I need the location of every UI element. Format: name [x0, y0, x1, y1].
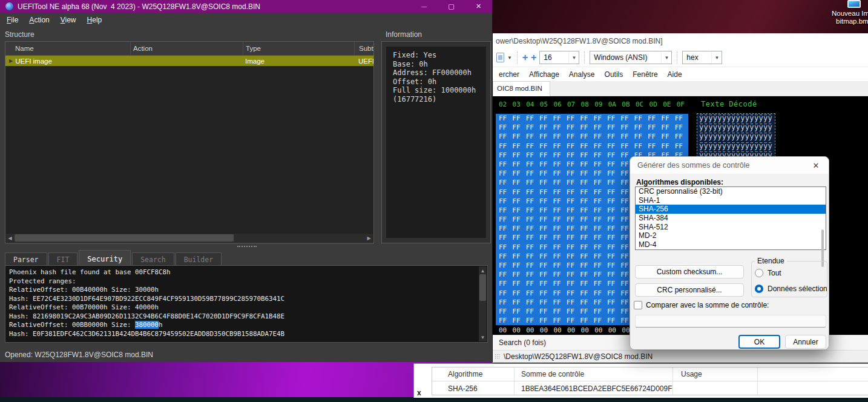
bitmap-file-icon[interactable] — [847, 0, 861, 8]
column-type[interactable]: Type — [243, 42, 354, 55]
scrollbar-thumb[interactable] — [15, 234, 234, 242]
security-line: Protected ranges: — [9, 277, 487, 286]
algorithm-item[interactable]: SHA-384 — [636, 214, 826, 223]
crc-personnalise-button[interactable]: CRC personnalisé... — [635, 283, 744, 297]
tree-row-uefi-image[interactable]: UEFI image Image UEFI — [5, 56, 373, 66]
close-icon[interactable] — [803, 157, 829, 174]
scroll-down-icon[interactable] — [479, 333, 487, 341]
tab-builder[interactable]: Builder — [176, 252, 222, 265]
column-somme-de-controle[interactable]: Somme de contrôle — [514, 367, 672, 381]
hxd-menu-outils[interactable]: Outils — [600, 68, 628, 81]
column-subtype[interactable]: Subt — [354, 42, 373, 55]
hxd-menu-affichage[interactable]: Affichage — [524, 68, 564, 81]
tab-parser[interactable]: Parser — [5, 252, 47, 265]
hex-byte: FF — [594, 197, 607, 206]
radio-row-all[interactable]: Tout — [755, 269, 781, 277]
tab-search[interactable]: Search — [132, 252, 174, 265]
hxd-menu-ercher[interactable]: ercher — [494, 68, 524, 81]
hxd-menu-aide[interactable]: Aide — [663, 68, 687, 81]
compare-checkbox-row[interactable]: Comparer avec la somme de contrôle: — [634, 301, 769, 309]
panel-close-icon[interactable]: x — [417, 389, 421, 397]
algorithm-item[interactable]: CRC personnalisé (32-bit) — [636, 187, 826, 196]
chevron-down-icon[interactable] — [661, 51, 671, 64]
custom-checksum-button[interactable]: Custom checksum... — [635, 265, 744, 278]
scroll-right-icon[interactable] — [365, 234, 373, 242]
hxd-menu-analyse[interactable]: Analyse — [564, 68, 600, 81]
hxd-title-bar[interactable]: ower\Desktop\W25Q128FW1.8V@SOIC8 mod.BIN… — [493, 33, 868, 48]
compare-checksum-input[interactable] — [635, 315, 826, 328]
close-icon[interactable] — [465, 0, 492, 13]
radio-row-selected-data[interactable]: Données sélectionnée — [755, 285, 827, 293]
algorithm-item[interactable]: SHA-1 — [636, 196, 826, 205]
splitter-handle[interactable] — [237, 246, 257, 247]
column-name[interactable]: Name — [5, 42, 130, 55]
cancel-button[interactable]: Annuler — [785, 335, 826, 349]
algorithm-item[interactable]: MD-2 — [636, 231, 826, 240]
hex-row[interactable]: FFFFFFFFFFFFFFFFFFFFFFFFFFFF — [496, 123, 688, 132]
decoded-row[interactable]: ÿÿÿÿÿÿÿÿÿÿÿÿÿÿÿÿ — [697, 132, 775, 141]
algorithm-item[interactable]: SHA-256 — [636, 205, 826, 214]
decoded-row[interactable]: ÿÿÿÿÿÿÿÿÿÿÿÿÿÿÿÿ — [697, 142, 775, 151]
hex-byte: FF — [539, 142, 553, 151]
menu-view[interactable]: View — [55, 13, 82, 27]
hex-byte: FF — [553, 197, 566, 206]
menu-action[interactable]: Action — [24, 13, 54, 27]
hex-byte: FF — [634, 114, 648, 123]
hex-byte: FF — [634, 132, 648, 141]
column-action[interactable]: Action — [130, 42, 243, 55]
tab-security[interactable]: Security — [79, 250, 131, 265]
algorithms-listbox[interactable]: CRC personnalisé (32-bit)SHA-1SHA-256SHA… — [635, 186, 826, 250]
bytes-per-row-select[interactable]: 16 — [539, 51, 579, 64]
hex-byte: FF — [526, 316, 539, 325]
decrease-width-icon[interactable] — [531, 54, 536, 61]
scroll-left-icon[interactable] — [6, 234, 14, 242]
increase-width-icon[interactable] — [522, 54, 528, 61]
expand-arrow-icon[interactable] — [9, 58, 13, 64]
checkbox-icon[interactable] — [634, 301, 642, 309]
desktop-icon-label-line2[interactable]: bitmap.bm — [836, 18, 868, 25]
tab-fit[interactable]: FIT — [48, 252, 78, 265]
maximize-icon[interactable] — [438, 0, 465, 13]
radio-unselected-icon[interactable] — [755, 269, 763, 277]
horizontal-scrollbar[interactable] — [6, 234, 373, 242]
hex-byte: 00 — [567, 326, 581, 335]
encoding-select[interactable]: Windows (ANSI) — [590, 51, 672, 64]
hex-row[interactable]: FFFFFFFFFFFFFFFFFFFFFFFFFFFF — [496, 132, 688, 141]
tab-file[interactable]: OIC8 mod.BIN — [493, 81, 550, 96]
scroll-up-icon[interactable] — [479, 266, 487, 275]
ok-button[interactable]: OK — [738, 335, 780, 349]
chevron-down-icon[interactable] — [568, 51, 579, 64]
hex-byte: FF — [661, 132, 674, 141]
hex-byte: FF — [539, 188, 553, 197]
decoded-row[interactable]: ÿÿÿÿÿÿÿÿÿÿÿÿÿÿÿÿ — [697, 123, 775, 132]
hxd-menu-fenêtre[interactable]: Fenêtre — [628, 68, 662, 81]
radio-selected-icon[interactable] — [755, 285, 763, 293]
algorithm-item[interactable]: SHA-512 — [636, 223, 826, 232]
scrollbar-thumb[interactable] — [479, 274, 486, 301]
minimize-icon[interactable] — [410, 0, 438, 13]
hex-byte: FF — [594, 316, 607, 325]
algorithm-item[interactable]: MD-4 — [636, 240, 826, 249]
menu-help[interactable]: Help — [82, 13, 108, 27]
vertical-scrollbar[interactable] — [479, 266, 487, 341]
security-line: RelativeOffset: 00B40000h Size: 30000h — [9, 286, 487, 295]
column-algorithme[interactable]: Algorithme — [432, 367, 514, 381]
decoded-row[interactable]: ÿÿÿÿÿÿÿÿÿÿÿÿÿÿÿÿ — [697, 114, 775, 123]
dialog-title-bar[interactable]: Générer des sommes de contrôle — [630, 157, 829, 174]
hex-row[interactable]: FFFFFFFFFFFFFFFFFFFFFFFFFFFF — [496, 114, 688, 123]
base-select[interactable]: hex — [682, 51, 722, 64]
chevron-down-icon[interactable] — [711, 51, 722, 64]
column-usage[interactable]: Usage — [672, 367, 757, 381]
security-text-area[interactable]: Phoenix hash file found at base 00FCF8C8… — [5, 265, 488, 343]
hex-row[interactable]: FFFFFFFFFFFFFFFFFFFFFFFFFFFF — [496, 142, 688, 151]
toolbar-doc-icon[interactable] — [496, 53, 504, 62]
uefitool-title-bar[interactable]: UEFITool NE alpha 68 (Nov 4 2023) - W25Q… — [0, 0, 492, 13]
structure-tree-panel[interactable]: Name Action Type Subt UEFI image Image U… — [5, 41, 374, 243]
checksum-row[interactable]: SHA-2561B8EA364E061BCEDA2EBFC5E66724D009… — [432, 381, 868, 395]
menu-file[interactable]: File — [1, 13, 24, 27]
row-name: UEFI image — [15, 58, 52, 65]
hex-byte: FF — [512, 206, 525, 215]
desktop-icon-label-line1[interactable]: Nouveau Ima — [832, 10, 868, 17]
chevron-down-icon[interactable] — [507, 55, 512, 61]
hex-byte: FF — [553, 252, 566, 261]
